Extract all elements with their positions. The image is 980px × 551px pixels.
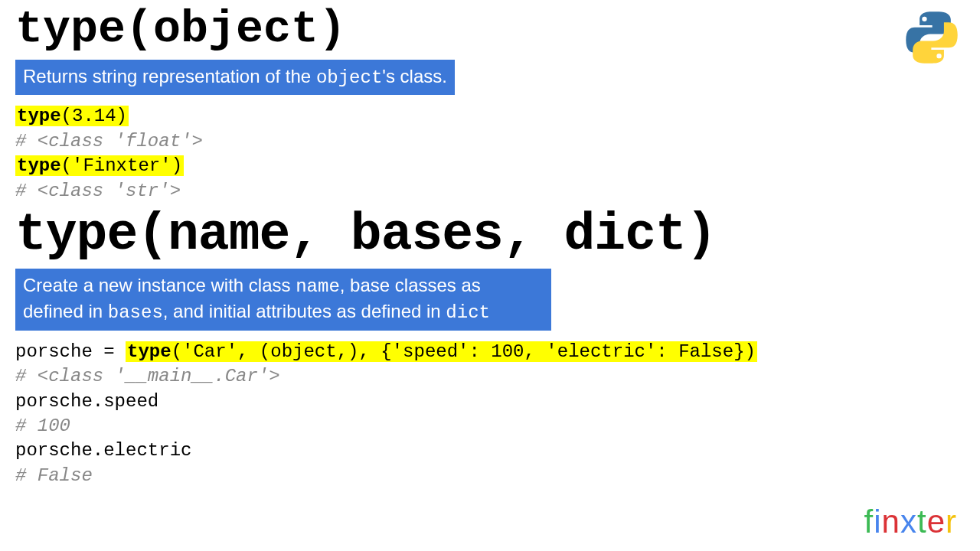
finxter-logo: finxter	[864, 504, 957, 540]
finxter-e: e	[927, 504, 946, 540]
python-logo-icon	[905, 11, 959, 64]
description-type-name-bases-dict: Create a new instance with class name, b…	[15, 269, 551, 331]
finxter-r: r	[946, 504, 957, 540]
heading-type-name-bases-dict: type(name, bases, dict)	[15, 205, 965, 264]
code2-line3: porsche.electric	[15, 439, 965, 463]
desc2-pre: Create a new instance with class	[23, 275, 296, 295]
code1-func2: type	[17, 155, 61, 176]
code1-comment2: # <class 'str'>	[15, 179, 965, 204]
slide: type(object) Returns string representati…	[0, 0, 980, 551]
heading-type-object: type(object)	[15, 3, 965, 55]
desc1-post: 's class.	[382, 66, 447, 86]
code1-func1: type	[17, 106, 61, 126]
code-block-2: porsche = type('Car', (object,), {'speed…	[15, 340, 965, 488]
desc1-code: object	[316, 67, 382, 88]
code2-func1: type	[127, 341, 172, 362]
code2-rest1: ('Car', (object,), {'speed': 100, 'elect…	[172, 341, 756, 362]
code1-comment1: # <class 'float'>	[15, 129, 965, 154]
code-block-1: type(3.14) # <class 'float'> type('Finxt…	[15, 104, 965, 204]
code1-rest2: ('Finxter')	[61, 155, 182, 176]
finxter-x: x	[900, 504, 917, 540]
desc2-c3: dict	[446, 302, 490, 323]
desc2-c2: bases	[108, 302, 163, 323]
finxter-n: n	[882, 504, 900, 540]
code2-comment2: # 100	[15, 414, 965, 439]
finxter-t: t	[917, 504, 927, 540]
finxter-i: i	[874, 504, 881, 540]
desc1-pre: Returns string representation of the	[23, 66, 316, 86]
description-type-object: Returns string representation of the obj…	[15, 60, 455, 95]
code2-pre1: porsche =	[15, 341, 126, 362]
code2-comment3: # False	[15, 464, 965, 488]
desc2-c1: name	[296, 276, 340, 297]
desc2-mid2: , and initial attributes as defined in	[163, 301, 446, 321]
code2-line2: porsche.speed	[15, 390, 965, 414]
code1-rest1: (3.14)	[61, 106, 127, 126]
code2-comment1: # <class '__main__.Car'>	[15, 364, 965, 389]
finxter-f: f	[864, 504, 874, 540]
